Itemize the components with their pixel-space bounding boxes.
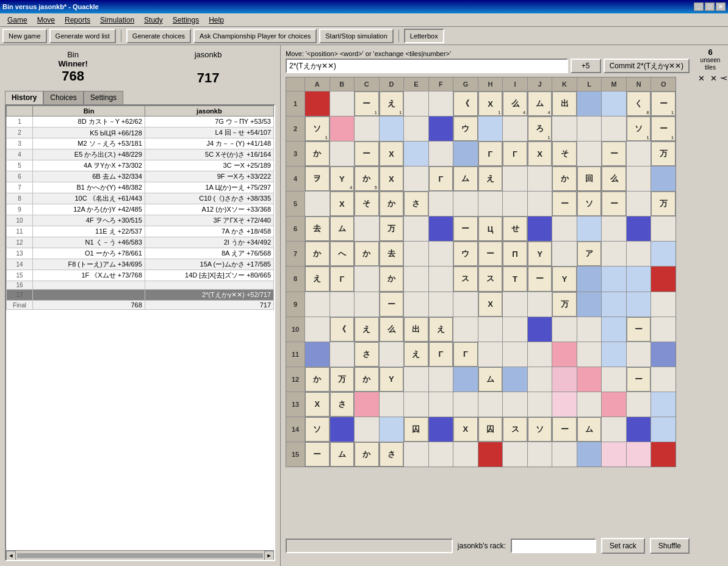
board-cell[interactable] — [478, 342, 503, 367]
board-cell[interactable]: ウ — [453, 116, 478, 141]
board-cell[interactable] — [627, 292, 651, 317]
start-stop-simulation-button[interactable]: Start/Stop simulation — [319, 29, 394, 43]
board-cell[interactable]: 万 — [330, 367, 355, 392]
board-cell[interactable] — [355, 392, 379, 417]
board-cell[interactable] — [528, 317, 552, 342]
board-cell[interactable] — [429, 91, 453, 116]
board-cell[interactable]: 去 — [305, 217, 330, 241]
board-cell[interactable] — [577, 91, 602, 116]
board-cell[interactable] — [627, 267, 651, 291]
board-cell[interactable]: そ — [552, 142, 577, 166]
board-cell[interactable] — [330, 91, 355, 116]
board-cell[interactable] — [577, 217, 602, 241]
board-cell[interactable] — [577, 442, 602, 467]
board-cell[interactable] — [330, 292, 355, 317]
board-cell[interactable] — [577, 142, 602, 166]
board-cell[interactable]: ム — [453, 167, 478, 191]
board-cell[interactable] — [651, 392, 676, 417]
board-cell[interactable] — [651, 367, 676, 392]
board-cell[interactable]: え — [429, 317, 453, 342]
board-cell[interactable] — [651, 167, 676, 191]
board-cell[interactable] — [453, 317, 478, 342]
board-cell[interactable]: ー — [305, 442, 330, 467]
board-cell[interactable] — [651, 317, 676, 342]
board-cell[interactable] — [602, 317, 626, 342]
board-cell[interactable]: Γ — [478, 142, 503, 166]
board-cell[interactable]: X — [478, 292, 503, 317]
board-cell[interactable] — [305, 317, 330, 342]
board-cell[interactable] — [380, 392, 404, 417]
minimize-button[interactable]: _ — [694, 2, 704, 11]
board-cell[interactable]: ス — [453, 267, 478, 291]
board-cell[interactable] — [404, 116, 428, 141]
rack-input[interactable] — [511, 539, 596, 553]
board-cell[interactable] — [627, 142, 651, 166]
board-cell[interactable] — [305, 192, 330, 216]
board-cell[interactable] — [577, 116, 602, 141]
board-cell[interactable] — [355, 417, 379, 442]
board-cell[interactable]: く8 — [627, 91, 651, 116]
board-cell[interactable] — [552, 317, 577, 342]
board-cell[interactable] — [528, 342, 552, 367]
board-cell[interactable]: さ — [404, 192, 428, 216]
board-cell[interactable] — [305, 91, 330, 116]
board-cell[interactable]: ヲ — [305, 167, 330, 191]
board-cell[interactable] — [380, 116, 404, 141]
board-cell[interactable]: ム — [478, 367, 503, 392]
board-cell[interactable] — [602, 116, 626, 141]
board-cell[interactable] — [602, 292, 626, 317]
board-cell[interactable] — [429, 142, 453, 166]
board-cell[interactable]: ー — [453, 217, 478, 241]
board-cell[interactable]: Ц — [478, 217, 503, 241]
board-cell[interactable]: 囚 — [478, 417, 503, 442]
board-cell[interactable]: Π — [503, 242, 527, 266]
board-cell[interactable] — [627, 417, 651, 442]
board-cell[interactable] — [627, 192, 651, 216]
board-cell[interactable] — [305, 342, 330, 367]
board-cell[interactable] — [478, 317, 503, 342]
board-cell[interactable] — [651, 242, 676, 266]
board-cell[interactable] — [380, 417, 404, 442]
board-cell[interactable]: Y — [552, 267, 577, 291]
board-cell[interactable]: ー — [627, 367, 651, 392]
board-cell[interactable] — [503, 116, 527, 141]
board-cell[interactable] — [602, 367, 626, 392]
board-cell[interactable] — [404, 142, 428, 166]
board-cell[interactable] — [429, 392, 453, 417]
board-cell[interactable]: X — [305, 392, 330, 417]
board-cell[interactable] — [453, 442, 478, 467]
board-cell[interactable] — [528, 442, 552, 467]
board-cell[interactable] — [503, 367, 527, 392]
board-cell[interactable] — [330, 116, 355, 141]
board-cell[interactable] — [404, 367, 428, 392]
board-cell[interactable] — [552, 116, 577, 141]
board-cell[interactable]: 么 — [380, 317, 404, 342]
board-cell[interactable] — [627, 442, 651, 467]
board-cell[interactable] — [429, 267, 453, 291]
board-cell[interactable] — [404, 242, 428, 266]
board-cell[interactable] — [503, 292, 527, 317]
board-cell[interactable] — [602, 267, 626, 291]
board-cell[interactable] — [503, 442, 527, 467]
board-cell[interactable]: ソ — [577, 192, 602, 216]
board-cell[interactable] — [404, 217, 428, 241]
board-cell[interactable]: X — [453, 417, 478, 442]
board-cell[interactable] — [528, 367, 552, 392]
board-cell[interactable] — [355, 116, 379, 141]
board-cell[interactable]: ー1 — [355, 91, 379, 116]
board-cell[interactable]: 《 — [453, 91, 478, 116]
board-cell[interactable] — [627, 217, 651, 241]
board-cell[interactable] — [429, 116, 453, 141]
board-cell[interactable]: ソ — [305, 417, 330, 442]
board-cell[interactable]: ー1 — [651, 116, 676, 141]
board-cell[interactable]: 万 — [651, 192, 676, 216]
board-cell[interactable]: さ — [330, 392, 355, 417]
board-cell[interactable] — [528, 292, 552, 317]
board-cell[interactable]: ム — [577, 417, 602, 442]
board-cell[interactable]: え — [478, 167, 503, 191]
board-cell[interactable]: ー — [552, 192, 577, 216]
board-cell[interactable] — [577, 392, 602, 417]
board-cell[interactable] — [577, 367, 602, 392]
board-cell[interactable]: か — [552, 167, 577, 191]
board-cell[interactable] — [651, 342, 676, 367]
